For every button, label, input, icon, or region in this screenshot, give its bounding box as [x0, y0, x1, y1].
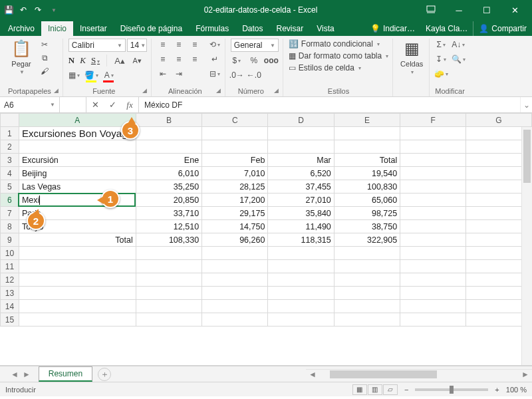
- align-bottom-icon[interactable]: ≡: [189, 39, 201, 51]
- row-header-15[interactable]: 15: [1, 313, 19, 327]
- align-left-icon[interactable]: ≡: [157, 53, 169, 65]
- horizontal-scrollbar[interactable]: ◄►: [306, 369, 532, 380]
- autosum-icon[interactable]: Σ▾: [435, 39, 447, 51]
- new-sheet-button[interactable]: ＋: [98, 368, 111, 381]
- view-page-break-icon[interactable]: ▱: [383, 384, 398, 395]
- tab-insert[interactable]: Insertar: [73, 21, 114, 36]
- view-normal-icon[interactable]: ▦: [352, 384, 367, 395]
- cell-A14[interactable]: [19, 300, 136, 313]
- row-header-12[interactable]: 12: [1, 273, 19, 287]
- tab-home[interactable]: Inicio: [41, 21, 73, 36]
- cell-C12[interactable]: [202, 273, 268, 287]
- row-header-8[interactable]: 8: [1, 220, 19, 233]
- cell-B11[interactable]: [136, 260, 201, 273]
- cell-C7[interactable]: 29,175: [202, 207, 268, 220]
- cell-C5[interactable]: 28,125: [202, 180, 268, 194]
- close-button[interactable]: ✕: [501, 2, 528, 18]
- zoom-slider[interactable]: [415, 388, 488, 391]
- cell-A9[interactable]: Total: [19, 233, 136, 247]
- cell-D12[interactable]: [268, 273, 334, 287]
- dialog-launcher-icon[interactable]: ◢: [54, 87, 59, 94]
- cell-F4[interactable]: [400, 167, 466, 180]
- cell-C2[interactable]: [202, 140, 268, 154]
- insert-function-icon[interactable]: fx: [121, 100, 138, 110]
- sort-filter-icon[interactable]: A↓▾: [452, 39, 464, 51]
- increase-indent-icon[interactable]: ⇥: [173, 68, 185, 80]
- number-format-combo[interactable]: General▼: [231, 39, 279, 52]
- cell-C13[interactable]: [202, 287, 268, 300]
- cell-F13[interactable]: [400, 287, 466, 300]
- cell-B5[interactable]: 35,250: [136, 180, 201, 194]
- align-middle-icon[interactable]: ≡: [173, 39, 185, 51]
- tab-page-layout[interactable]: Diseño de página: [114, 21, 189, 36]
- cell-E3[interactable]: Total: [334, 154, 400, 167]
- minimize-button[interactable]: ─: [446, 2, 472, 18]
- fill-icon[interactable]: ↧▾: [435, 53, 447, 65]
- cell-F6[interactable]: [400, 194, 466, 207]
- cell-A15[interactable]: [19, 313, 136, 327]
- cell-F2[interactable]: [400, 140, 466, 154]
- cell-F15[interactable]: [400, 313, 466, 327]
- cell-A3[interactable]: Excursión: [19, 154, 136, 167]
- ribbon-options-icon[interactable]: [418, 2, 444, 18]
- cell-F1[interactable]: [400, 127, 466, 140]
- cell-B2[interactable]: [136, 140, 201, 154]
- cell-A13[interactable]: [19, 287, 136, 300]
- save-icon[interactable]: 💾: [4, 5, 13, 15]
- font-size-combo[interactable]: 14▼: [127, 39, 147, 52]
- zoom-out-button[interactable]: −: [404, 386, 408, 394]
- cell-A10[interactable]: [19, 247, 136, 260]
- align-top-icon[interactable]: ≡: [157, 39, 169, 51]
- cell-E10[interactable]: [334, 247, 400, 260]
- merge-center-icon[interactable]: ⊟▾: [209, 68, 221, 80]
- row-header-5[interactable]: 5: [1, 180, 19, 194]
- sheet-nav-next-icon[interactable]: ►: [23, 370, 31, 379]
- cell-E8[interactable]: 38,750: [334, 220, 400, 233]
- share-button[interactable]: 👤Compartir: [473, 21, 532, 36]
- cell-F9[interactable]: [400, 233, 466, 247]
- col-header-F[interactable]: F: [400, 114, 466, 127]
- clear-icon[interactable]: 🧽▾: [435, 68, 447, 80]
- name-box[interactable]: A6▼: [0, 97, 60, 112]
- cell-B7[interactable]: 33,710: [136, 207, 201, 220]
- cell-A12[interactable]: [19, 273, 136, 287]
- tab-formulas[interactable]: Fórmulas: [189, 21, 235, 36]
- fill-color-icon[interactable]: 🪣▾: [86, 69, 98, 81]
- cell-E6[interactable]: 65,060: [334, 194, 400, 207]
- col-header-G[interactable]: G: [466, 114, 532, 127]
- row-header-4[interactable]: 4: [1, 167, 19, 180]
- cell-E14[interactable]: [334, 300, 400, 313]
- redo-icon[interactable]: ↷: [33, 5, 43, 15]
- tab-review[interactable]: Revisar: [270, 21, 311, 36]
- tab-file[interactable]: Archivo: [1, 21, 41, 36]
- cell-B15[interactable]: [136, 313, 201, 327]
- cell-E9[interactable]: 322,905: [334, 233, 400, 247]
- vertical-scrollbar[interactable]: [521, 127, 532, 365]
- orientation-icon[interactable]: ⟲▾: [209, 39, 221, 51]
- cell-B6[interactable]: 20,850: [136, 194, 201, 207]
- worksheet-grid[interactable]: ABCDEFG1Excursiones Bon Voyage23Excursió…: [0, 113, 532, 366]
- cell-F3[interactable]: [400, 154, 466, 167]
- cell-E15[interactable]: [334, 313, 400, 327]
- row-header-6[interactable]: 6: [1, 194, 19, 207]
- cell-E5[interactable]: 100,830: [334, 180, 400, 194]
- expand-formula-bar-icon[interactable]: ⌄: [520, 97, 532, 112]
- format-painter-icon[interactable]: 🖌: [39, 65, 51, 77]
- cell-D3[interactable]: Mar: [268, 154, 334, 167]
- zoom-level[interactable]: 100 %: [506, 386, 527, 394]
- comma-format-icon[interactable]: ooo: [265, 55, 277, 66]
- row-header-3[interactable]: 3: [1, 154, 19, 167]
- cell-B10[interactable]: [136, 247, 201, 260]
- cell-D15[interactable]: [268, 313, 334, 327]
- dialog-launcher-icon[interactable]: ◢: [274, 87, 279, 94]
- cell-E7[interactable]: 98,725: [334, 207, 400, 220]
- cell-D9[interactable]: 118,315: [268, 233, 334, 247]
- italic-button[interactable]: K: [80, 55, 86, 66]
- cell-C14[interactable]: [202, 300, 268, 313]
- cell-styles-button[interactable]: ▭Estilos de celda▾: [289, 63, 361, 73]
- cell-B8[interactable]: 12,510: [136, 220, 201, 233]
- cell-E4[interactable]: 19,540: [334, 167, 400, 180]
- qat-dropdown-icon[interactable]: ▼: [49, 5, 59, 15]
- cell-C1[interactable]: [202, 127, 268, 140]
- cell-E11[interactable]: [334, 260, 400, 273]
